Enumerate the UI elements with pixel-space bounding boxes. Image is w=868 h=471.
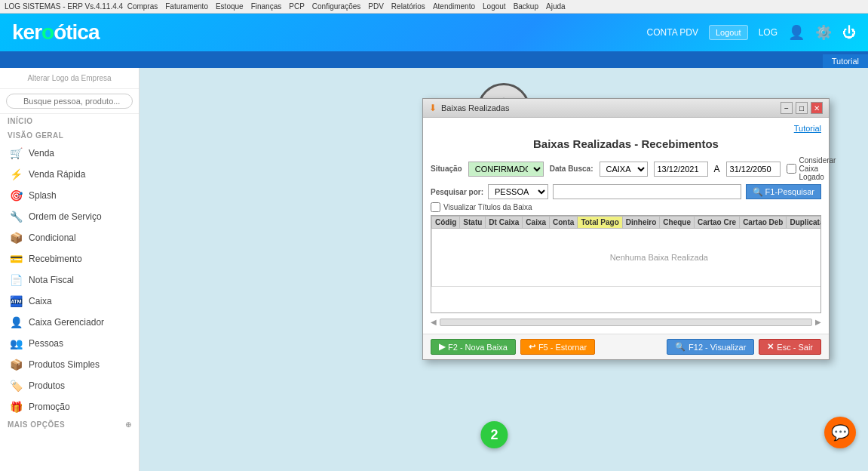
col-codigo: Códig (432, 217, 460, 229)
visualizar-label[interactable]: Visualizar Títulos da Baixa (431, 202, 532, 212)
pessoas-icon: 👥 (9, 337, 23, 349)
menu-faturamento[interactable]: Faturamento (165, 2, 208, 11)
date-to-input[interactable] (726, 162, 781, 177)
sidebar-item-label-recebimento: Recebimento (29, 254, 82, 264)
menu-pdv[interactable]: PDV (368, 2, 384, 11)
nota-fiscal-icon: 📄 (9, 274, 23, 286)
menu-estoque[interactable]: Estoque (216, 2, 244, 11)
considerar-caixa-checkbox[interactable] (787, 164, 796, 174)
col-total-pago: Total Pago (578, 217, 622, 229)
modal-title-text: ⬇ Baixas Realizadas (429, 103, 510, 113)
sidebar-item-splash[interactable]: 🎯 Splash (0, 185, 139, 206)
sidebar-item-label-caixa: Caixa (29, 296, 52, 306)
sidebar-item-recebimento[interactable]: 💳 Recebimento (0, 248, 139, 269)
visualizar-button[interactable]: 🔍 F12 - Visualizar (667, 339, 754, 355)
step-badge: 2 (480, 421, 508, 448)
sidebar-item-label-splash: Splash (29, 190, 57, 201)
sair-button[interactable]: ✕ Esc - Sair (759, 339, 821, 355)
sidebar-item-venda-rapida[interactable]: ⚡ Venda Rápida (0, 164, 139, 185)
sidebar-item-caixa[interactable]: 🏧 Caixa (0, 291, 139, 312)
search-input[interactable] (6, 94, 133, 109)
logo: keroótica (12, 20, 100, 45)
modal-titlebar: ⬇ Baixas Realizadas − □ ✕ (423, 99, 829, 118)
visualizar-checkbox[interactable] (431, 202, 440, 212)
sidebar-item-pessoas[interactable]: 👥 Pessoas (0, 333, 139, 354)
date-from-input[interactable] (654, 162, 708, 177)
caixa-icon: 🏧 (9, 295, 23, 307)
col-dinheiro: Dinheiro (622, 217, 660, 229)
top-nav: keroótica CONTA PDV Logout LOG 👤 ⚙️ ⏻ (0, 14, 868, 51)
modal-tutorial-link[interactable]: Tutorial (431, 124, 821, 133)
mais-opcoes[interactable]: MAIS OPÇÕES ⊕ (0, 417, 139, 432)
section-visao-geral: VISÃO GERAL (0, 128, 139, 143)
produtos-icon: 🏷️ (9, 380, 23, 392)
estornar-button[interactable]: ↩ F5 - Estornar (520, 339, 595, 355)
sidebar-item-venda[interactable]: 🛒 Venda (0, 143, 139, 164)
log-label[interactable]: LOG (759, 27, 778, 38)
condicional-icon: 📦 (9, 232, 23, 244)
sidebar-item-label-nota-fiscal: Nota Fiscal (29, 275, 74, 285)
table-container[interactable]: Códig Statu Dt Caixa Caixa Conta Total P… (431, 215, 821, 313)
search-icon: 🔍 (753, 187, 763, 196)
col-cartao-cre: Cartao Cre (694, 217, 739, 229)
recebimento-icon: 💳 (9, 253, 23, 265)
search-text-input[interactable] (553, 184, 741, 199)
sidebar-item-label-promocao: Promoção (29, 402, 70, 412)
conta-pdv-label: CONTA PDV (647, 27, 698, 38)
menu-relatorios[interactable]: Relatórios (391, 2, 425, 11)
modal-controls: − □ ✕ (781, 102, 823, 114)
tutorial-link[interactable]: Tutorial (823, 54, 868, 68)
esc-icon: ✕ (767, 342, 774, 352)
modal-close-button[interactable]: ✕ (811, 102, 823, 114)
logout-button[interactable]: Logout (709, 25, 748, 40)
logo-change-label[interactable]: Alterar Logo da Empresa (6, 74, 133, 82)
menu-atendimento[interactable]: Atendimento (433, 2, 475, 11)
modal-minimize-button[interactable]: − (781, 102, 793, 114)
sub-nav: Tutorial (0, 51, 868, 68)
top-nav-right: CONTA PDV Logout LOG 👤 ⚙️ ⏻ (647, 24, 856, 41)
menu-backup[interactable]: Backup (514, 2, 538, 11)
sidebar-item-produtos-simples[interactable]: 📦 Produtos Simples (0, 354, 139, 375)
gear-icon[interactable]: ⚙️ (815, 24, 832, 41)
splash-icon: 🎯 (9, 189, 23, 202)
sidebar-item-label-pessoas: Pessoas (29, 338, 63, 349)
f2-icon: ▶ (439, 342, 445, 352)
sidebar-item-caixa-gerenciador[interactable]: 👤 Caixa Gerenciador (0, 312, 139, 333)
sidebar-item-condicional[interactable]: 📦 Condicional (0, 227, 139, 248)
caixa-select[interactable]: CAIXA (600, 162, 648, 177)
sidebar-item-ordem-servico[interactable]: 🔧 Ordem de Serviço (0, 206, 139, 227)
menu-compras[interactable]: Compras (127, 2, 158, 11)
chat-button[interactable]: 💬 (824, 417, 856, 448)
modal-body: Tutorial Baixas Realizadas - Recebimento… (423, 118, 829, 334)
modal-maximize-button[interactable]: □ (796, 102, 808, 114)
visualizar-checkbox-row: Visualizar Títulos da Baixa (431, 202, 821, 212)
situacao-select[interactable]: CONFIRMADO (468, 162, 544, 177)
menu-pcp[interactable]: PCP (289, 2, 305, 11)
pesquisar-select[interactable]: PESSOA (488, 184, 548, 199)
nova-baixa-button[interactable]: ▶ F2 - Nova Baixa (431, 339, 516, 355)
pesquisar-button[interactable]: 🔍 F1-Pesquisar (746, 184, 821, 199)
sidebar-item-promocao[interactable]: 🎁 Promoção (0, 396, 139, 417)
sidebar-item-label-caixa-ger: Caixa Gerenciador (29, 317, 104, 328)
menu-configuracoes[interactable]: Configurações (312, 2, 360, 11)
h-scrollbar[interactable] (440, 319, 812, 326)
col-duplicata: Duplicata (787, 217, 821, 229)
ordem-servico-icon: 🔧 (9, 211, 23, 223)
sidebar-search-area (0, 89, 139, 114)
sidebar-item-label-ordem-servico: Ordem de Serviço (29, 211, 102, 222)
table-scrollbar: ◀ ▶ (431, 316, 821, 328)
col-dt-caixa: Dt Caixa (486, 217, 523, 229)
considerar-caixa-label[interactable]: Considerar Caixa Logado (787, 156, 836, 181)
caixa-ger-icon: 👤 (9, 316, 23, 328)
menu-financas[interactable]: Finanças (251, 2, 282, 11)
sidebar-item-produtos[interactable]: 🏷️ Produtos (0, 375, 139, 396)
power-icon[interactable]: ⏻ (842, 25, 856, 41)
sidebar-item-nota-fiscal[interactable]: 📄 Nota Fiscal (0, 269, 139, 291)
section-inicio: INÍCIO (0, 114, 139, 128)
menu-ajuda[interactable]: Ajuda (546, 2, 566, 11)
footer-right: 🔍 F12 - Visualizar ✕ Esc - Sair (667, 339, 821, 355)
menu-logout[interactable]: Logout (483, 2, 506, 11)
col-status: Statu (460, 217, 486, 229)
venda-rapida-icon: ⚡ (9, 168, 23, 180)
pesquisar-row: Pesquisar por: PESSOA 🔍 F1-Pesquisar (431, 184, 821, 199)
